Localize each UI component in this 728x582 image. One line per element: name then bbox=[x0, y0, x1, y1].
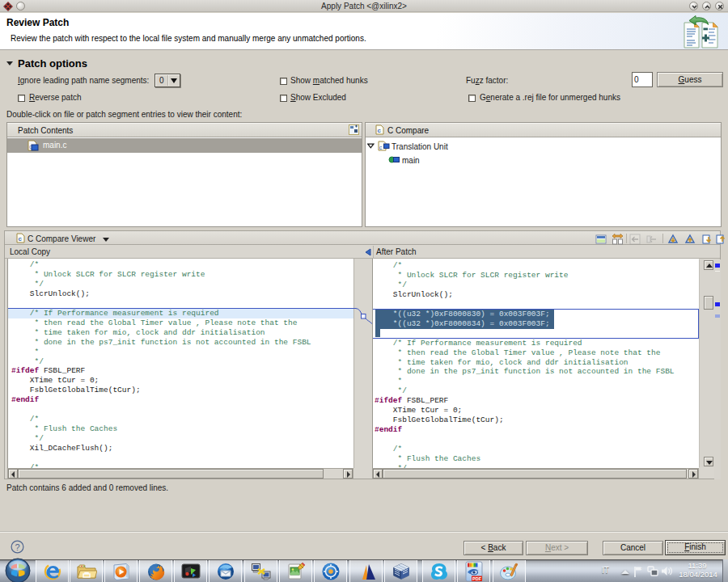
svg-text:PDF: PDF bbox=[472, 576, 482, 581]
svg-text:c: c bbox=[379, 145, 383, 150]
svg-text:?: ? bbox=[15, 542, 19, 552]
svg-text:c: c bbox=[378, 127, 382, 134]
svg-text:c: c bbox=[19, 235, 23, 242]
